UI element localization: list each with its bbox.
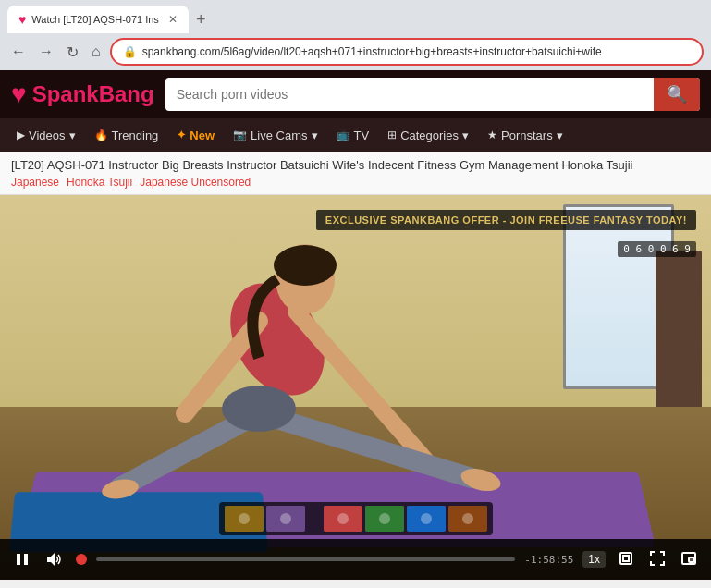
volume-icon (46, 552, 63, 567)
person-svg (74, 228, 536, 543)
breadcrumb: [LT20] AQSH-071 Instructor Big Breasts I… (0, 152, 711, 195)
refresh-button[interactable]: ↻ (63, 42, 82, 63)
site-header: ♥ SpankBang 🔍 (0, 70, 711, 118)
speed-button[interactable]: 1x (582, 551, 606, 568)
svg-point-16 (337, 513, 349, 524)
nav-pornstars-label: Pornstars (501, 129, 553, 142)
nav-new-label: New (190, 129, 215, 142)
tag-honoka[interactable]: Honoka Tsujii (67, 176, 132, 189)
svg-point-18 (379, 513, 390, 524)
offer-text: EXCLUSIVE SPANKBANG OFFER - JOIN FREEUSE… (325, 214, 687, 226)
thumb-separator (308, 506, 321, 532)
nav-tv-label: TV (354, 129, 370, 142)
svg-rect-26 (620, 553, 631, 564)
person (74, 228, 536, 543)
video-title: [LT20] AQSH-071 Instructor Big Breasts I… (11, 157, 700, 174)
volume-button[interactable] (43, 548, 67, 570)
tv-icon: 📺 (337, 129, 350, 141)
controls-bar: -1:58:55 1x (0, 539, 711, 580)
time-counter: 0 6 0 0 6 9 (618, 241, 696, 257)
nav-videos-label: Videos (29, 129, 66, 142)
logo-text-1: Spank (32, 81, 99, 106)
svg-point-22 (462, 513, 473, 524)
svg-point-20 (421, 513, 432, 524)
nav-categories[interactable]: ⊞ Categories ▾ (378, 118, 478, 152)
thumb-2[interactable] (266, 506, 305, 532)
address-bar[interactable]: 🔒 spankbang.com/5l6ag/video/lt20+aqsh+07… (110, 38, 704, 66)
logo-text: SpankBang (32, 81, 154, 107)
search-button[interactable]: 🔍 (654, 78, 700, 111)
site-logo[interactable]: ♥ SpankBang (11, 80, 154, 109)
crop-icon (619, 551, 633, 566)
search-input[interactable] (165, 87, 654, 102)
new-tab-button[interactable]: + (189, 10, 214, 30)
tag-japanese[interactable]: Japanese (11, 176, 59, 189)
svg-rect-24 (24, 554, 28, 565)
thumb-5[interactable] (407, 506, 446, 532)
nav-trending[interactable]: 🔥 Trending (85, 118, 168, 152)
lock-icon: 🔒 (123, 45, 137, 58)
pip-button[interactable] (678, 547, 700, 572)
svg-rect-29 (689, 557, 694, 562)
site-nav: ▶ Videos ▾ 🔥 Trending ✦ New 📷 Live Cams … (0, 118, 711, 152)
camera-icon: 📷 (233, 129, 247, 141)
nav-videos[interactable]: ▶ Videos ▾ (7, 118, 85, 152)
star-icon: ★ (487, 129, 497, 141)
back-button[interactable]: ← (7, 42, 30, 62)
pause-button[interactable] (11, 548, 33, 570)
logo-heart-icon: ♥ (11, 80, 27, 109)
tab-title: Watch [LT20] AQSH-071 Ins (31, 14, 159, 25)
thumb-1[interactable] (225, 506, 264, 532)
thumb-4[interactable] (365, 506, 404, 532)
nav-pornstars[interactable]: ★ Pornstars ▾ (478, 118, 572, 152)
nav-livecams-label: Live Cams (251, 129, 307, 142)
new-icon: ✦ (177, 129, 186, 141)
nav-livecams[interactable]: 📷 Live Cams ▾ (224, 118, 326, 152)
address-url: spankbang.com/5l6ag/video/lt20+aqsh+071+… (142, 45, 691, 58)
browser-chrome: ♥ Watch [LT20] AQSH-071 Ins ✕ + ← → ↻ ⌂ … (0, 0, 711, 70)
fullscreen-button[interactable] (646, 547, 668, 572)
record-indicator (76, 554, 87, 565)
categories-dropdown-icon: ▾ (462, 129, 469, 142)
video-player[interactable]: EXCLUSIVE SPANKBANG OFFER - JOIN FREEUSE… (0, 195, 711, 580)
nav-trending-label: Trending (112, 129, 159, 142)
svg-point-4 (274, 245, 337, 286)
svg-rect-14 (308, 506, 321, 532)
time-remaining: -1:58:55 (524, 554, 573, 566)
svg-rect-23 (17, 554, 20, 565)
play-icon: ▶ (17, 129, 25, 141)
progress-area[interactable] (96, 557, 515, 561)
svg-point-13 (280, 513, 291, 524)
tag-list: Japanese Honoka Tsujii Japanese Uncensor… (11, 176, 700, 189)
pause-icon (15, 552, 30, 567)
logo-text-2: Bang (99, 81, 154, 106)
tag-japanese-uncensored[interactable]: Japanese Uncensored (140, 176, 251, 189)
livecams-dropdown-icon: ▾ (312, 129, 318, 142)
tab-favicon: ♥ (18, 12, 26, 27)
tab-bar: ♥ Watch [LT20] AQSH-071 Ins ✕ + (0, 0, 711, 33)
svg-rect-27 (623, 556, 629, 561)
thumb-6[interactable] (448, 506, 487, 532)
svg-point-9 (222, 386, 296, 432)
svg-point-11 (239, 513, 250, 524)
tab-close-button[interactable]: ✕ (168, 13, 178, 26)
svg-line-6 (259, 413, 472, 478)
nav-categories-label: Categories (400, 129, 459, 142)
categories-icon: ⊞ (387, 129, 397, 141)
pip-icon (681, 551, 696, 566)
thumb-3[interactable] (324, 506, 362, 532)
crop-button[interactable] (615, 547, 637, 572)
home-button[interactable]: ⌂ (88, 42, 104, 62)
offer-banner: EXCLUSIVE SPANKBANG OFFER - JOIN FREEUSE… (316, 210, 696, 230)
pornstars-dropdown-icon: ▾ (557, 129, 563, 142)
forward-button[interactable]: → (35, 42, 57, 62)
videos-dropdown-icon: ▾ (69, 129, 76, 142)
fullscreen-icon (650, 551, 665, 566)
trending-icon: 🔥 (94, 129, 108, 141)
svg-marker-25 (47, 553, 55, 566)
progress-bar-background[interactable] (96, 557, 515, 561)
nav-tv[interactable]: 📺 TV (327, 118, 379, 152)
thumbnail-strip (219, 502, 493, 535)
active-tab[interactable]: ♥ Watch [LT20] AQSH-071 Ins ✕ (7, 6, 189, 33)
nav-new[interactable]: ✦ New (167, 118, 224, 152)
